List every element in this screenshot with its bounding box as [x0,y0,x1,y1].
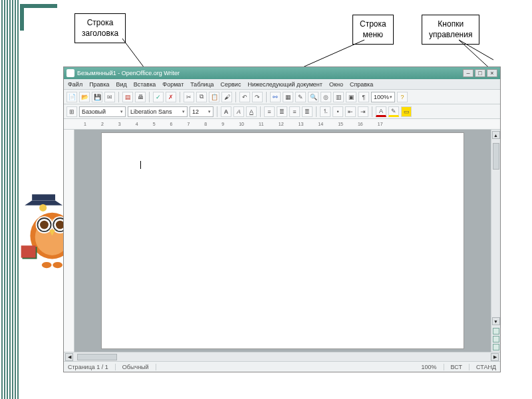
mail-icon[interactable]: ✉ [104,92,115,102]
underline-icon[interactable]: A [246,106,257,117]
svg-point-17 [40,221,49,229]
bold-icon[interactable]: A [221,106,231,117]
horizontal-scrollbar[interactable]: ◀ ▶ [64,352,500,361]
svg-point-26 [53,262,63,268]
close-button[interactable]: × [487,69,497,77]
page-gutter-left [74,130,101,352]
standard-toolbar: 📄 📂 💾 ✉ ▤ 🖶 ✓ ✗ ✂ ⧉ 📋 🖌 ↶ ↷ ⚯ ▦ ✎ 🔍 ◎ ▥ … [64,90,500,104]
style-combo[interactable]: Базовый▾ [79,106,126,117]
indent-inc-icon[interactable]: ⇥ [358,106,368,117]
paste-icon[interactable]: 📋 [209,92,219,102]
navigation-panel [493,328,499,350]
status-insert[interactable]: ВСТ [451,364,469,370]
save-icon[interactable]: 💾 [92,92,102,102]
nonprinting-icon[interactable]: ¶ [358,92,369,102]
find-icon[interactable]: 🔍 [308,92,319,102]
menu-edit[interactable]: Правка [89,81,109,88]
svg-rect-24 [21,245,36,257]
scroll-up-icon[interactable]: ▲ [492,131,500,139]
autocheck-icon[interactable]: ✗ [166,92,176,102]
menu-file[interactable]: Файл [68,81,82,88]
page-gutter-right [464,130,491,352]
vertical-scrollbar[interactable]: ▲ ▼ [491,130,500,352]
export-pdf-icon[interactable]: ▤ [122,92,133,102]
menu-bar: Файл Правка Вид Вставка Формат Таблица С… [64,79,500,90]
navigator-icon[interactable]: ◎ [321,92,331,102]
table-icon[interactable]: ▦ [283,92,293,102]
spellcheck-icon[interactable]: ✓ [153,92,164,102]
svg-rect-10 [32,194,55,200]
zoom-combo[interactable]: 100%▾ [371,92,395,102]
text-cursor [140,161,141,169]
new-icon[interactable]: 📄 [66,92,77,102]
italic-icon[interactable]: A [233,106,244,117]
help-icon[interactable]: ? [397,92,408,102]
svg-point-25 [42,262,52,268]
status-mode[interactable]: СТАНД [476,364,496,370]
window-title: Безымянный1 - OpenOffice.org Writer [77,70,180,76]
font-color-icon[interactable]: A [376,106,386,117]
hyperlink-icon[interactable]: ⚯ [270,92,281,102]
font-size-combo[interactable]: 12▾ [190,106,213,117]
app-icon [66,69,74,77]
align-left-icon[interactable]: ≡ [264,106,275,117]
document-page[interactable] [101,132,464,349]
font-combo[interactable]: Liberation Sans▾ [128,106,188,117]
menu-table[interactable]: Таблица [190,81,213,88]
status-zoom[interactable]: 100% [422,364,444,370]
scroll-right-icon[interactable]: ▶ [491,353,499,361]
menu-format[interactable]: Формат [162,81,184,88]
menu-doc[interactable]: Нижеследующий документ [247,81,323,88]
numbered-list-icon[interactable]: ⒈ [320,106,331,117]
menu-tools[interactable]: Сервис [221,81,241,88]
svg-point-12 [39,204,47,211]
align-center-icon[interactable]: ≣ [277,106,287,117]
format-brush-icon[interactable]: 🖌 [221,92,232,102]
menu-view[interactable]: Вид [116,81,127,88]
gallery-icon[interactable]: ▥ [333,92,344,102]
open-icon[interactable]: 📂 [79,92,90,102]
slide-corner-accent [20,4,57,31]
formatting-toolbar: ⊞ Базовый▾ Liberation Sans▾ 12▾ A A A ≡ … [64,104,500,119]
vertical-ruler[interactable] [64,130,74,352]
scroll-left-icon[interactable]: ◀ [65,353,73,361]
vscroll-thumb[interactable] [493,143,499,170]
minimize-button[interactable]: – [463,69,473,77]
redo-icon[interactable]: ↷ [252,92,263,102]
prev-page-icon[interactable] [493,328,499,334]
datasource-icon[interactable]: ▣ [346,92,356,102]
writer-window: Безымянный1 - OpenOffice.org Writer – □ … [63,66,501,372]
scroll-down-icon[interactable]: ▼ [492,317,500,325]
status-style: Обычный [122,364,156,370]
indent-dec-icon[interactable]: ⇤ [345,106,356,117]
document-area: ▲ ▼ [64,130,500,352]
styles-icon[interactable]: ⊞ [66,106,77,117]
align-right-icon[interactable]: ≡ [289,106,300,117]
horizontal-ruler[interactable]: 1 2 3 4 5 6 7 8 9 10 11 12 13 14 15 16 1… [64,119,500,130]
draw-icon[interactable]: ✎ [295,92,306,102]
highlight-icon[interactable]: ✎ [388,106,399,117]
copy-icon[interactable]: ⧉ [196,92,207,102]
bg-color-icon[interactable]: ▭ [401,106,412,117]
label-menu-bar: Строка меню [352,15,394,45]
bullet-list-icon[interactable]: • [332,106,343,117]
undo-icon[interactable]: ↶ [239,92,250,102]
align-justify-icon[interactable]: ≣ [302,106,313,117]
title-bar[interactable]: Безымянный1 - OpenOffice.org Writer – □ … [64,67,500,79]
cut-icon[interactable]: ✂ [184,92,194,102]
window-controls: – □ × [463,69,497,77]
next-page-icon[interactable] [493,344,499,350]
maximize-button[interactable]: □ [475,69,485,77]
menu-help[interactable]: Справка [350,81,373,88]
menu-window[interactable]: Окно [329,81,343,88]
slide-frame-stripes [0,0,20,399]
label-window-controls: Кнопки управления [422,15,479,45]
status-bar: Страница 1 / 1 Обычный 100% ВСТ СТАНД [64,361,500,372]
status-page: Страница 1 / 1 [68,364,116,370]
menu-insert[interactable]: Вставка [134,81,156,88]
print-icon[interactable]: 🖶 [135,92,146,102]
nav-object-icon[interactable] [493,336,499,342]
hscroll-thumb[interactable] [77,354,117,360]
label-title-bar: Строка заголовка [74,13,126,43]
